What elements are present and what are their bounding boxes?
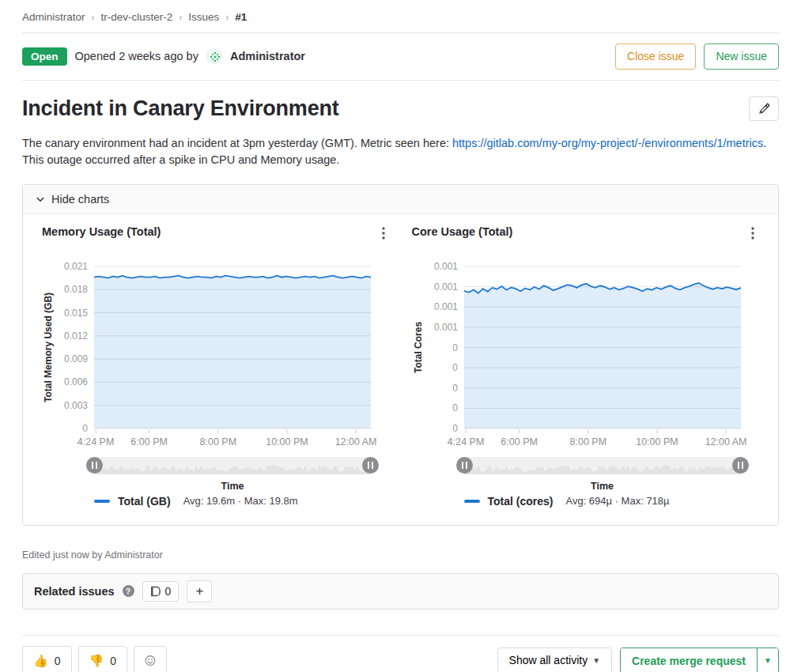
svg-text:0.001: 0.001 bbox=[433, 301, 457, 312]
avatar-identicon bbox=[207, 49, 223, 65]
svg-text:0: 0 bbox=[452, 423, 458, 434]
svg-text:0.006: 0.006 bbox=[64, 376, 88, 387]
x-axis-title: Time bbox=[464, 481, 741, 492]
core-usage-chart: 0.0010.0010.0010.001000004:24 PM6:00 PM8… bbox=[410, 260, 750, 450]
activity-filter-label: Show all activity bbox=[509, 654, 588, 667]
create-merge-request-dropdown[interactable]: ▼ bbox=[757, 648, 778, 672]
slider-handle-right[interactable] bbox=[732, 457, 749, 474]
svg-text:0.018: 0.018 bbox=[64, 284, 88, 295]
create-merge-request-button[interactable]: Create merge request bbox=[621, 648, 757, 672]
svg-text:0.015: 0.015 bbox=[64, 307, 88, 318]
chart-title: Core Usage (Total) bbox=[412, 225, 513, 238]
svg-text:8:00 PM: 8:00 PM bbox=[200, 436, 237, 447]
kebab-menu-icon bbox=[382, 227, 385, 240]
svg-text:0.001: 0.001 bbox=[433, 281, 457, 292]
svg-text:12:00 AM: 12:00 AM bbox=[705, 436, 746, 447]
svg-text:0.001: 0.001 bbox=[433, 322, 457, 333]
chart-zoom-slider bbox=[464, 456, 741, 475]
svg-text:0.012: 0.012 bbox=[64, 330, 88, 342]
metrics-link[interactable]: https://gitlab.com/my-org/my-project/-/e… bbox=[452, 137, 763, 149]
slider-sparkline bbox=[94, 457, 371, 474]
issue-description: The canary environment had an incident a… bbox=[22, 135, 779, 168]
smiley-icon bbox=[145, 654, 156, 667]
slider-handle-right[interactable] bbox=[362, 457, 379, 474]
svg-text:10:00 PM: 10:00 PM bbox=[266, 436, 308, 447]
edit-title-button[interactable] bbox=[749, 96, 779, 121]
svg-text:0: 0 bbox=[452, 383, 458, 394]
author-name[interactable]: Administrator bbox=[230, 50, 305, 62]
charts-row: Memory Usage (Total) 0.0210.0180.0150.01… bbox=[23, 214, 778, 525]
chart-menu-button[interactable] bbox=[377, 225, 390, 241]
issue-icon bbox=[150, 586, 161, 597]
description-text: The canary environment had an incident a… bbox=[22, 137, 452, 149]
slider-track[interactable] bbox=[94, 457, 371, 474]
related-issues-title: Related issues bbox=[34, 585, 115, 598]
svg-text:0: 0 bbox=[82, 423, 88, 434]
svg-text:Total Memory Used (GB): Total Memory Used (GB) bbox=[43, 293, 54, 402]
slider-sparkline bbox=[464, 457, 741, 474]
new-issue-button[interactable]: New issue bbox=[704, 43, 779, 70]
thumbs-down-icon: 👎 bbox=[89, 654, 104, 668]
legend-series-label[interactable]: Total (GB) bbox=[118, 495, 171, 508]
svg-text:6:00 PM: 6:00 PM bbox=[130, 436, 168, 447]
related-issues-count: 0 bbox=[165, 585, 172, 598]
chart-menu-button[interactable] bbox=[746, 225, 759, 241]
legend-series-label[interactable]: Total (cores) bbox=[488, 495, 554, 508]
add-related-issue-button[interactable]: + bbox=[187, 580, 212, 602]
breadcrumb-administrator[interactable]: Administrator bbox=[22, 11, 85, 23]
slider-handle-left[interactable] bbox=[456, 457, 473, 474]
svg-text:0.003: 0.003 bbox=[64, 400, 88, 411]
legend-stats: Avg: 694µ · Max: 718µ bbox=[565, 495, 669, 507]
svg-text:12:00 AM: 12:00 AM bbox=[335, 436, 377, 447]
legend-swatch bbox=[464, 500, 480, 503]
slider-track[interactable] bbox=[464, 457, 741, 474]
kebab-menu-icon bbox=[751, 227, 754, 240]
breadcrumb-current-issue: #1 bbox=[235, 11, 247, 23]
breadcrumb-issues[interactable]: Issues bbox=[188, 11, 219, 23]
chart-title: Memory Usage (Total) bbox=[42, 225, 161, 238]
svg-text:Total Cores: Total Cores bbox=[413, 321, 424, 372]
thumbs-up-button[interactable]: 👍 0 bbox=[22, 646, 72, 672]
pencil-icon bbox=[758, 103, 770, 115]
issue-status-row: Open Opened 2 weeks ago by Administrator… bbox=[22, 33, 779, 81]
thumbs-up-icon: 👍 bbox=[33, 654, 48, 668]
edited-note: Edited just now by Administrator bbox=[22, 549, 779, 561]
svg-text:10:00 PM: 10:00 PM bbox=[636, 436, 678, 447]
svg-text:0.009: 0.009 bbox=[64, 353, 88, 364]
thumbs-up-count: 0 bbox=[55, 655, 61, 667]
memory-usage-chart: 0.0210.0180.0150.0120.0090.0060.00304:24… bbox=[40, 260, 380, 450]
legend-swatch bbox=[94, 500, 110, 503]
x-axis-title: Time bbox=[94, 481, 371, 492]
breadcrumb-separator: › bbox=[225, 12, 229, 23]
related-issues-count-badge: 0 bbox=[142, 581, 179, 602]
chevron-down-icon bbox=[36, 194, 45, 204]
status-badge: Open bbox=[22, 47, 67, 66]
svg-text:8:00 PM: 8:00 PM bbox=[569, 436, 606, 447]
svg-text:6:00 PM: 6:00 PM bbox=[501, 436, 538, 447]
legend-stats: Avg: 19.6m · Max: 19.8m bbox=[183, 495, 298, 507]
close-issue-button[interactable]: Close issue bbox=[615, 43, 696, 70]
hide-charts-toggle[interactable]: Hide charts bbox=[23, 185, 778, 214]
thumbs-down-count: 0 bbox=[110, 655, 116, 667]
add-reaction-button[interactable] bbox=[134, 646, 167, 672]
svg-text:4:24 PM: 4:24 PM bbox=[447, 436, 484, 447]
issue-footer: 👍 0 👎 0 Show all activity ▼ bbox=[22, 635, 779, 672]
page-title: Incident in Canary Environment bbox=[22, 96, 339, 121]
opened-text: Opened 2 weeks ago by bbox=[75, 50, 198, 62]
breadcrumb-separator: › bbox=[179, 12, 182, 23]
avatar[interactable] bbox=[206, 48, 222, 64]
help-icon[interactable]: ? bbox=[123, 585, 134, 597]
title-row: Incident in Canary Environment bbox=[22, 96, 779, 121]
svg-text:0: 0 bbox=[452, 362, 458, 373]
issue-page: Administrator › tr-dev-cluster-2 › Issue… bbox=[0, 0, 801, 672]
charts-panel: Hide charts Memory Usage (Total) 0.0210.… bbox=[22, 184, 779, 526]
breadcrumb-project[interactable]: tr-dev-cluster-2 bbox=[101, 11, 173, 23]
create-merge-request-split-button: Create merge request ▼ bbox=[620, 647, 779, 672]
svg-text:0.001: 0.001 bbox=[433, 261, 457, 272]
thumbs-down-button[interactable]: 👎 0 bbox=[78, 646, 128, 672]
related-issues-card: Related issues ? 0 + bbox=[22, 573, 779, 610]
slider-handle-left[interactable] bbox=[86, 457, 103, 474]
hide-charts-label: Hide charts bbox=[51, 193, 109, 206]
activity-filter-dropdown[interactable]: Show all activity ▼ bbox=[497, 647, 613, 672]
core-usage-chart-card: Core Usage (Total) 0.0010.0010.0010.0010… bbox=[401, 225, 771, 508]
